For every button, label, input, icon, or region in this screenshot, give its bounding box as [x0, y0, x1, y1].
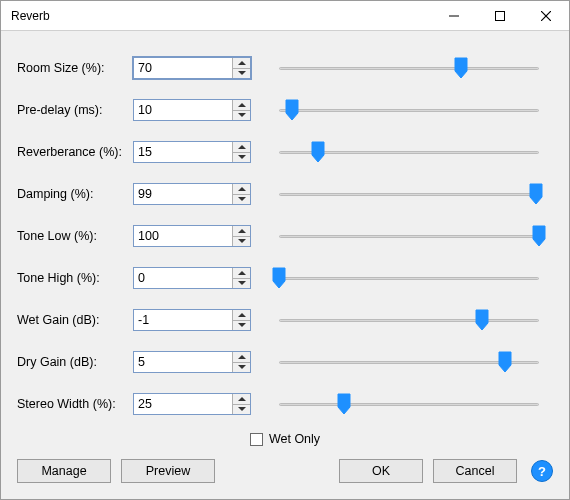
slider-pre_delay[interactable] — [279, 99, 539, 121]
chevron-down-icon — [238, 113, 246, 117]
spin-down-room_size[interactable] — [233, 69, 250, 79]
window-title: Reverb — [11, 9, 431, 23]
slider-thumb-tone_low[interactable] — [532, 225, 546, 247]
spin-up-reverberance[interactable] — [233, 142, 250, 153]
chevron-down-icon — [238, 239, 246, 243]
slider-room_size[interactable] — [279, 57, 539, 79]
spin-up-wet_gain[interactable] — [233, 310, 250, 321]
chevron-up-icon — [238, 145, 246, 149]
wet-only-label: Wet Only — [269, 432, 320, 446]
spinbox-buttons-tone_high — [232, 268, 250, 288]
spin-up-room_size[interactable] — [233, 58, 250, 69]
label-tone_high: Tone High (%): — [17, 271, 133, 285]
chevron-down-icon — [238, 155, 246, 159]
label-stereo_width: Stereo Width (%): — [17, 397, 133, 411]
slider-reverberance[interactable] — [279, 141, 539, 163]
spinbox-stereo_width[interactable]: 25 — [133, 393, 251, 415]
chevron-down-icon — [238, 323, 246, 327]
help-button-label: ? — [538, 464, 546, 479]
slider-tone_high[interactable] — [279, 267, 539, 289]
spinbox-value-room_size[interactable]: 70 — [134, 58, 232, 78]
slider-wet_gain[interactable] — [279, 309, 539, 331]
slider-thumb-pre_delay[interactable] — [285, 99, 299, 121]
spin-down-tone_low[interactable] — [233, 237, 250, 247]
chevron-up-icon — [238, 397, 246, 401]
label-tone_low: Tone Low (%): — [17, 229, 133, 243]
preview-button-label: Preview — [146, 464, 190, 478]
spinbox-value-pre_delay[interactable]: 10 — [134, 100, 232, 120]
chevron-up-icon — [238, 229, 246, 233]
spin-down-damping[interactable] — [233, 195, 250, 205]
param-row-wet_gain: Wet Gain (dB):-1 — [17, 299, 553, 341]
spin-up-dry_gain[interactable] — [233, 352, 250, 363]
spin-down-pre_delay[interactable] — [233, 111, 250, 121]
slider-thumb-wet_gain[interactable] — [475, 309, 489, 331]
spinbox-room_size[interactable]: 70 — [133, 57, 251, 79]
maximize-button[interactable] — [477, 1, 523, 31]
spinbox-value-wet_gain[interactable]: -1 — [134, 310, 232, 330]
slider-track-wet_gain — [279, 319, 539, 322]
spinbox-value-tone_high[interactable]: 0 — [134, 268, 232, 288]
spin-down-reverberance[interactable] — [233, 153, 250, 163]
spinbox-wet_gain[interactable]: -1 — [133, 309, 251, 331]
spinbox-pre_delay[interactable]: 10 — [133, 99, 251, 121]
cancel-button[interactable]: Cancel — [433, 459, 517, 483]
spin-down-dry_gain[interactable] — [233, 363, 250, 373]
spin-up-stereo_width[interactable] — [233, 394, 250, 405]
minimize-button[interactable] — [431, 1, 477, 31]
spinbox-value-tone_low[interactable]: 100 — [134, 226, 232, 246]
manage-button[interactable]: Manage — [17, 459, 111, 483]
slider-thumb-tone_high[interactable] — [272, 267, 286, 289]
chevron-up-icon — [238, 271, 246, 275]
spinbox-value-stereo_width[interactable]: 25 — [134, 394, 232, 414]
ok-button[interactable]: OK — [339, 459, 423, 483]
preview-button[interactable]: Preview — [121, 459, 215, 483]
slider-track-damping — [279, 193, 539, 196]
spinbox-reverberance[interactable]: 15 — [133, 141, 251, 163]
help-button[interactable]: ? — [531, 460, 553, 482]
close-button[interactable] — [523, 1, 569, 31]
param-row-reverberance: Reverberance (%):15 — [17, 131, 553, 173]
param-row-tone_low: Tone Low (%):100 — [17, 215, 553, 257]
label-damping: Damping (%): — [17, 187, 133, 201]
slider-stereo_width[interactable] — [279, 393, 539, 415]
slider-thumb-stereo_width[interactable] — [337, 393, 351, 415]
label-room_size: Room Size (%): — [17, 61, 133, 75]
slider-thumb-room_size[interactable] — [454, 57, 468, 79]
slider-thumb-dry_gain[interactable] — [498, 351, 512, 373]
spinbox-value-damping[interactable]: 99 — [134, 184, 232, 204]
spinbox-value-reverberance[interactable]: 15 — [134, 142, 232, 162]
param-row-stereo_width: Stereo Width (%):25 — [17, 383, 553, 425]
slider-thumb-damping[interactable] — [529, 183, 543, 205]
slider-track-stereo_width — [279, 403, 539, 406]
spin-up-tone_high[interactable] — [233, 268, 250, 279]
spinbox-dry_gain[interactable]: 5 — [133, 351, 251, 373]
param-row-tone_high: Tone High (%):0 — [17, 257, 553, 299]
spinbox-buttons-pre_delay — [232, 100, 250, 120]
spin-down-wet_gain[interactable] — [233, 321, 250, 331]
chevron-down-icon — [238, 281, 246, 285]
slider-track-room_size — [279, 67, 539, 70]
ok-button-label: OK — [372, 464, 390, 478]
spin-down-stereo_width[interactable] — [233, 405, 250, 415]
slider-dry_gain[interactable] — [279, 351, 539, 373]
slider-damping[interactable] — [279, 183, 539, 205]
spinbox-buttons-stereo_width — [232, 394, 250, 414]
slider-tone_low[interactable] — [279, 225, 539, 247]
spinbox-damping[interactable]: 99 — [133, 183, 251, 205]
spinbox-tone_high[interactable]: 0 — [133, 267, 251, 289]
spinbox-buttons-wet_gain — [232, 310, 250, 330]
spin-down-tone_high[interactable] — [233, 279, 250, 289]
spinbox-tone_low[interactable]: 100 — [133, 225, 251, 247]
spin-up-pre_delay[interactable] — [233, 100, 250, 111]
manage-button-label: Manage — [41, 464, 86, 478]
label-reverberance: Reverberance (%): — [17, 145, 133, 159]
spin-up-tone_low[interactable] — [233, 226, 250, 237]
spin-up-damping[interactable] — [233, 184, 250, 195]
slider-thumb-reverberance[interactable] — [311, 141, 325, 163]
label-pre_delay: Pre-delay (ms): — [17, 103, 133, 117]
wet-only-checkbox[interactable] — [250, 433, 263, 446]
chevron-down-icon — [238, 197, 246, 201]
svg-rect-1 — [496, 11, 505, 20]
spinbox-value-dry_gain[interactable]: 5 — [134, 352, 232, 372]
